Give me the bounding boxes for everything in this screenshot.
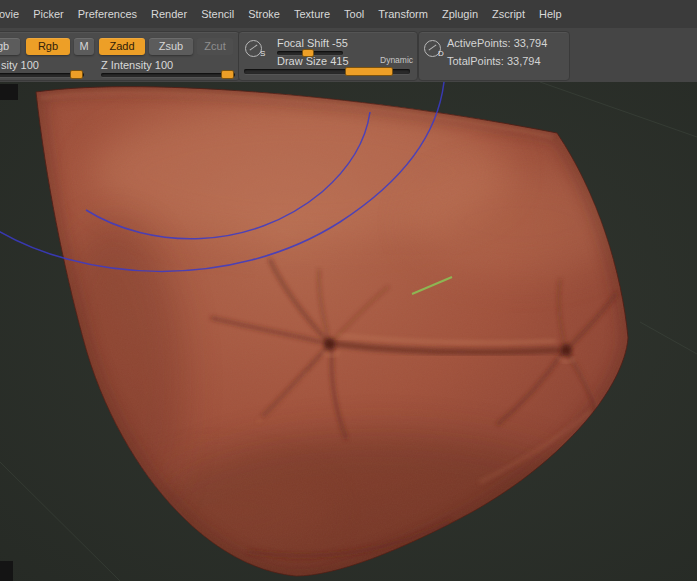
menu-stencil[interactable]: Stencil <box>194 0 241 28</box>
dynamic-mode-label[interactable]: Dynamic <box>380 55 413 65</box>
rgb-intensity-handle[interactable] <box>70 70 83 79</box>
menu-preferences[interactable]: Preferences <box>71 0 144 28</box>
menu-transform[interactable]: Transform <box>371 0 435 28</box>
z-intensity-handle[interactable] <box>221 70 234 79</box>
z-intensity-track[interactable] <box>101 73 235 77</box>
menu-bar: ovie Picker Preferences Render Stencil S… <box>0 0 697 29</box>
rgb-intensity-label: sity 100 <box>1 59 39 71</box>
zsub-button[interactable]: Zsub <box>149 38 193 55</box>
sculpt-viewport[interactable] <box>0 82 697 581</box>
active-points-readout: ActivePoints: 33,794 <box>447 37 547 49</box>
zcut-button[interactable]: Zcut <box>197 38 233 55</box>
zbrush-window: ovie Picker Preferences Render Stencil S… <box>0 0 697 581</box>
canvas-corner-tab-top <box>0 84 18 100</box>
draw-size-label: Draw Size 415 <box>277 55 349 67</box>
menu-stroke[interactable]: Stroke <box>241 0 287 28</box>
draw-size-track[interactable] <box>244 69 410 74</box>
rgb-intensity-track[interactable] <box>0 73 84 77</box>
z-intensity-label: Z Intensity 100 <box>101 59 173 71</box>
focal-shift-label: Focal Shift -55 <box>277 37 348 49</box>
menu-movie[interactable]: ovie <box>0 0 26 28</box>
menu-texture[interactable]: Texture <box>287 0 337 28</box>
viewport-render <box>0 82 697 581</box>
menu-render[interactable]: Render <box>144 0 194 28</box>
menu-help[interactable]: Help <box>532 0 569 28</box>
menu-zscript[interactable]: Zscript <box>485 0 532 28</box>
mrgb-button[interactable]: gb <box>0 38 20 55</box>
zadd-button[interactable]: Zadd <box>99 38 145 55</box>
document-icon-letter: D <box>438 50 444 58</box>
m-button[interactable]: M <box>74 38 94 55</box>
canvas-corner-tab-bottom <box>0 561 13 581</box>
rgb-button[interactable]: Rgb <box>26 38 70 55</box>
draw-size-handle[interactable] <box>345 67 393 76</box>
menu-tool[interactable]: Tool <box>337 0 371 28</box>
total-points-readout: TotalPoints: 33,794 <box>447 55 541 67</box>
top-shelf-toolbar: gb Rgb M Zadd Zsub Zcut sity 100 Z Inten… <box>0 28 697 83</box>
menu-picker[interactable]: Picker <box>26 0 71 28</box>
stroke-icon-letter: S <box>260 50 265 58</box>
menu-zplugin[interactable]: Zplugin <box>435 0 485 28</box>
